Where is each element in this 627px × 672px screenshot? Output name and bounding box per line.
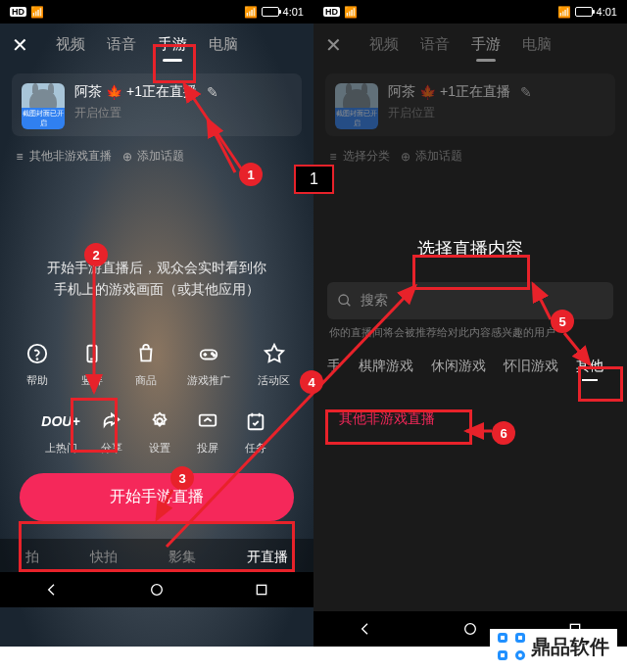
cast-button[interactable]: 投屏	[194, 408, 221, 456]
battery-icon	[575, 7, 593, 17]
signal-icon: 📶	[557, 6, 571, 19]
chips-row: ≡选择分类 ⊕添加话题	[314, 144, 627, 168]
avatar-badge: 截图封面已开启	[335, 108, 378, 129]
question-icon	[24, 340, 51, 367]
top-tabs: ✕ 视频 语音 手游 电脑	[314, 24, 627, 66]
topic-chip[interactable]: ⊕添加话题	[400, 148, 462, 165]
watermark-icon	[498, 633, 525, 660]
avatar[interactable]: 截图封面已开启	[22, 83, 65, 126]
gear-icon	[146, 408, 173, 435]
cast-icon	[194, 408, 221, 435]
tab-shoot[interactable]: 拍	[25, 549, 39, 566]
status-bar: HD 📶 📶 4:01	[314, 0, 627, 24]
top-tabs: ✕ 视频 语音 手游 电脑	[0, 24, 314, 66]
stream-title: 阿茶 🍁 +1正在直播 ✎	[388, 83, 605, 101]
shop-button[interactable]: 商品	[132, 340, 160, 388]
back-button[interactable]	[40, 578, 64, 601]
share-button[interactable]: 分享	[98, 408, 125, 456]
svg-point-9	[157, 418, 163, 424]
leaf-icon: 🍁	[106, 84, 122, 100]
icon-row-2: DOU+上热门 分享 设置 投屏 任务	[0, 408, 314, 456]
description: 开始手游直播后，观众会实时看到你 手机上的游戏画面（或其他应用）	[0, 257, 314, 301]
hd-badge: HD	[10, 7, 26, 17]
panel-title: 选择直播内容	[314, 237, 627, 261]
cat-chess[interactable]: 棋牌游戏	[359, 358, 413, 375]
marker-5: 5	[551, 310, 574, 333]
stream-card[interactable]: 截图封面已开启 阿茶 🍁 +1正在直播 ✎ 开启位置	[325, 73, 615, 136]
cat-other[interactable]: 其他	[576, 358, 603, 375]
task-button[interactable]: 任务	[242, 408, 269, 456]
recent-button[interactable]	[250, 578, 273, 601]
list-icon: ≡	[14, 151, 25, 163]
battery-icon	[262, 7, 279, 17]
tab-pc[interactable]: 电脑	[520, 31, 554, 58]
portrait-button[interactable]: 竖屏	[78, 340, 106, 388]
edit-icon[interactable]: ✎	[207, 84, 218, 100]
marker-2: 2	[84, 243, 108, 266]
phone-icon	[78, 340, 106, 367]
home-button[interactable]	[458, 617, 482, 641]
tab-voice[interactable]: 语音	[418, 31, 452, 58]
stream-title: 阿茶 🍁 +1正在直播 ✎	[74, 83, 292, 101]
star-icon	[261, 340, 288, 367]
tab-live[interactable]: 开直播	[247, 549, 288, 566]
watermark: 鼎品软件	[490, 629, 617, 664]
svg-point-18	[465, 624, 476, 635]
hash-icon: ⊕	[121, 151, 133, 163]
game-rec-button[interactable]: 游戏推广	[187, 340, 230, 388]
category-chip[interactable]: ≡选择分类	[327, 148, 390, 165]
tab-pc[interactable]: 电脑	[207, 31, 240, 58]
close-icon[interactable]: ✕	[12, 33, 28, 57]
start-live-button[interactable]: 开始手游直播	[20, 473, 294, 521]
activity-button[interactable]: 活动区	[258, 340, 290, 388]
marker-4: 4	[300, 370, 323, 394]
tab-video[interactable]: 视频	[54, 31, 87, 58]
other-item[interactable]: 其他非游戏直播	[327, 399, 613, 440]
share-icon	[98, 408, 125, 435]
avatar-badge: 截图封面已开启	[22, 108, 65, 129]
clock: 4:01	[597, 6, 617, 18]
tab-quick[interactable]: 快拍	[90, 549, 118, 566]
cat-partial[interactable]: 手	[327, 358, 341, 375]
category-chip[interactable]: ≡其他非游戏直播	[14, 148, 112, 165]
chips-row: ≡其他非游戏直播 ⊕添加话题	[0, 144, 314, 168]
topic-chip[interactable]: ⊕添加话题	[121, 148, 184, 165]
annotation-label: 1	[294, 165, 334, 194]
search-hint: 你的直播间将会被推荐给对此内容感兴趣的用户	[314, 325, 627, 340]
tab-mobile-game[interactable]: 手游	[156, 31, 189, 58]
tab-video[interactable]: 视频	[367, 31, 401, 58]
home-button[interactable]	[145, 578, 169, 601]
svg-point-16	[339, 295, 348, 304]
edit-icon[interactable]: ✎	[520, 84, 532, 100]
search-icon	[337, 293, 353, 309]
tab-mobile-game[interactable]: 手游	[469, 31, 503, 58]
signal-icon: 📶	[30, 6, 44, 19]
stream-subtitle[interactable]: 开启位置	[388, 105, 605, 121]
marker-1: 1	[239, 163, 263, 186]
tab-voice[interactable]: 语音	[105, 31, 138, 58]
settings-button[interactable]: 设置	[146, 408, 173, 456]
tab-movie[interactable]: 影集	[169, 549, 196, 566]
svg-rect-10	[199, 414, 216, 425]
clock: 4:01	[283, 6, 304, 18]
signal-icon: 📶	[344, 6, 358, 19]
svg-rect-15	[257, 585, 265, 594]
avatar[interactable]: 截图封面已开启	[335, 83, 378, 126]
svg-rect-11	[248, 414, 263, 429]
stream-card[interactable]: 截图封面已开启 阿茶 🍁 +1正在直播 ✎ 开启位置	[12, 73, 302, 136]
close-icon[interactable]: ✕	[325, 33, 342, 57]
dou-icon: DOU+	[47, 408, 74, 435]
cat-retro[interactable]: 怀旧游戏	[504, 358, 558, 375]
status-bar: HD 📶 📶 4:01	[0, 0, 314, 24]
marker-6: 6	[492, 421, 515, 445]
icon-row-1: 帮助 竖屏 商品 游戏推广 活动区	[0, 340, 314, 388]
cat-casual[interactable]: 休闲游戏	[431, 358, 486, 375]
stream-subtitle[interactable]: 开启位置	[74, 105, 292, 121]
back-button[interactable]	[354, 617, 377, 641]
bag-icon	[132, 340, 160, 367]
svg-point-14	[152, 584, 163, 595]
help-button[interactable]: 帮助	[24, 340, 51, 388]
gamepad-icon	[195, 340, 222, 367]
hot-button[interactable]: DOU+上热门	[45, 408, 77, 456]
leaf-icon: 🍁	[419, 84, 436, 100]
